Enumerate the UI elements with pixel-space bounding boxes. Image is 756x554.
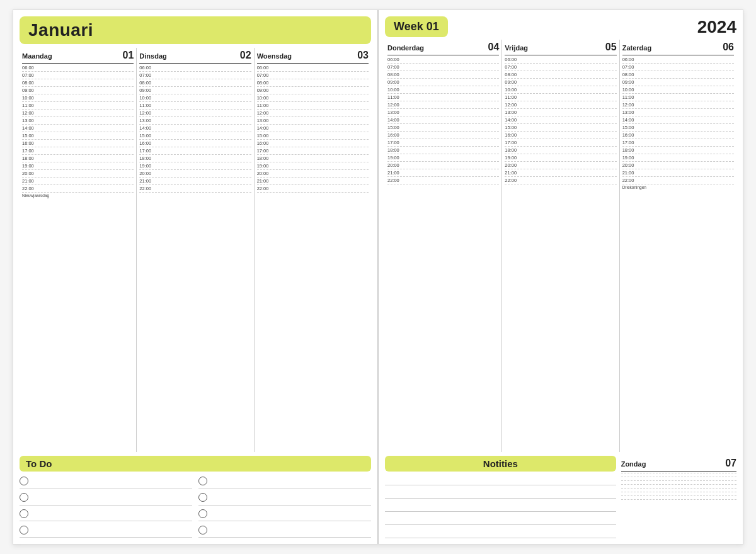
- todo-item[interactable]: [20, 524, 192, 538]
- time-slot: 14:00: [139, 125, 251, 132]
- time-slot: 13:00: [387, 110, 499, 116]
- todo-item[interactable]: [20, 508, 192, 522]
- time-label: 19:00: [257, 163, 369, 169]
- todo-checkbox[interactable]: [198, 493, 207, 502]
- time-slot: 11:00: [622, 94, 734, 101]
- time-slot: 16:00: [387, 132, 499, 139]
- time-line: [387, 146, 499, 147]
- year-label: 2024: [697, 17, 736, 37]
- time-line: [139, 79, 251, 79]
- time-slot: 06:00: [505, 57, 616, 64]
- todo-checkbox[interactable]: [198, 526, 207, 534]
- time-slot: 13:00: [257, 118, 369, 125]
- time-label: 07:00: [622, 64, 734, 70]
- time-line: [139, 124, 251, 125]
- time-line: [387, 169, 499, 169]
- time-line: [505, 184, 616, 184]
- time-slot: 13:00: [139, 118, 251, 125]
- time-line: [387, 123, 499, 124]
- time-slot: 06:00: [387, 57, 499, 64]
- time-slot: 06:00: [139, 65, 251, 72]
- todo-item[interactable]: [198, 508, 371, 522]
- time-slot: 08:00: [22, 80, 134, 87]
- day-name: Woensdag: [257, 52, 292, 60]
- time-slot: 22:00: [387, 178, 499, 184]
- time-label: 11:00: [622, 94, 734, 100]
- time-label: 20:00: [622, 162, 734, 168]
- todo-checkbox[interactable]: [20, 477, 28, 485]
- time-slot: 08:00: [387, 72, 499, 79]
- time-label: 10:00: [257, 95, 369, 101]
- time-slot: 11:00: [505, 94, 616, 101]
- day-col-zaterdag: Zaterdag0606:0007:0008:0009:0010:0011:00…: [620, 40, 736, 452]
- time-label: 18:00: [139, 155, 251, 161]
- time-slot: 17:00: [622, 140, 734, 147]
- time-slot: 12:00: [139, 110, 251, 117]
- day-number: 06: [723, 42, 734, 53]
- time-slot: 08:00: [139, 80, 251, 87]
- todo-item[interactable]: [20, 492, 192, 506]
- time-label: 22:00: [505, 178, 616, 183]
- time-label: 21:00: [505, 170, 616, 176]
- time-slot: 18:00: [622, 147, 734, 154]
- time-label: 15:00: [139, 133, 251, 138]
- time-slot: 12:00: [22, 110, 134, 117]
- note-line: [385, 489, 616, 499]
- time-slot: 14:00: [22, 125, 134, 132]
- time-label: 16:00: [622, 132, 734, 138]
- time-label: 06:00: [505, 57, 616, 62]
- todo-checkbox[interactable]: [198, 477, 207, 485]
- time-slot: 17:00: [22, 148, 134, 155]
- week-header-row: Week 01 2024: [385, 16, 736, 37]
- time-label: 12:00: [387, 102, 499, 108]
- time-slot: 17:00: [387, 140, 499, 147]
- todo-item[interactable]: [198, 475, 371, 489]
- time-line: [387, 78, 499, 79]
- todo-item[interactable]: [198, 524, 371, 538]
- time-line: [257, 101, 369, 102]
- day-name: Dinsdag: [139, 52, 166, 60]
- todo-checkbox[interactable]: [20, 493, 28, 502]
- time-line: [139, 169, 251, 170]
- time-label: 17:00: [22, 148, 134, 154]
- time-line: [22, 124, 134, 125]
- note-line: [385, 528, 616, 538]
- day-header: Donderdag04: [387, 40, 499, 55]
- time-label: 16:00: [22, 140, 134, 146]
- time-label: 20:00: [257, 171, 369, 176]
- todo-item[interactable]: [20, 475, 192, 489]
- time-label: 19:00: [139, 163, 251, 169]
- time-label: 14:00: [622, 117, 734, 123]
- todo-section: To Do: [20, 456, 371, 538]
- week-header: Week 01: [385, 16, 448, 37]
- time-label: 17:00: [622, 140, 734, 145]
- time-line: [257, 71, 369, 72]
- time-line: [505, 71, 616, 71]
- time-line: [622, 116, 734, 116]
- todo-checkbox[interactable]: [20, 526, 28, 534]
- time-line: [22, 139, 134, 140]
- time-label: 17:00: [139, 148, 251, 154]
- time-line: [505, 123, 616, 124]
- time-label: 08:00: [257, 80, 369, 86]
- sunday-lines: [621, 473, 736, 538]
- day-col-donderdag: Donderdag0406:0007:0008:0009:0010:0011:0…: [385, 40, 502, 452]
- todo-checkbox[interactable]: [198, 509, 207, 518]
- sunday-time-line: [621, 484, 736, 485]
- time-slot: 20:00: [387, 162, 499, 169]
- time-label: 13:00: [139, 118, 251, 123]
- time-slot: 07:00: [139, 72, 251, 79]
- time-line: [622, 101, 734, 101]
- time-line: [622, 93, 734, 94]
- time-slot: 13:00: [22, 118, 134, 125]
- time-line: [505, 176, 616, 177]
- time-line: [139, 192, 251, 193]
- todo-checkbox[interactable]: [20, 509, 28, 518]
- todo-item[interactable]: [198, 492, 371, 506]
- time-line: [139, 101, 251, 102]
- time-label: 12:00: [622, 102, 734, 108]
- time-slot: 10:00: [387, 87, 499, 94]
- time-slot: 09:00: [387, 79, 499, 86]
- time-slot: 16:00: [622, 132, 734, 139]
- time-line: [387, 138, 499, 139]
